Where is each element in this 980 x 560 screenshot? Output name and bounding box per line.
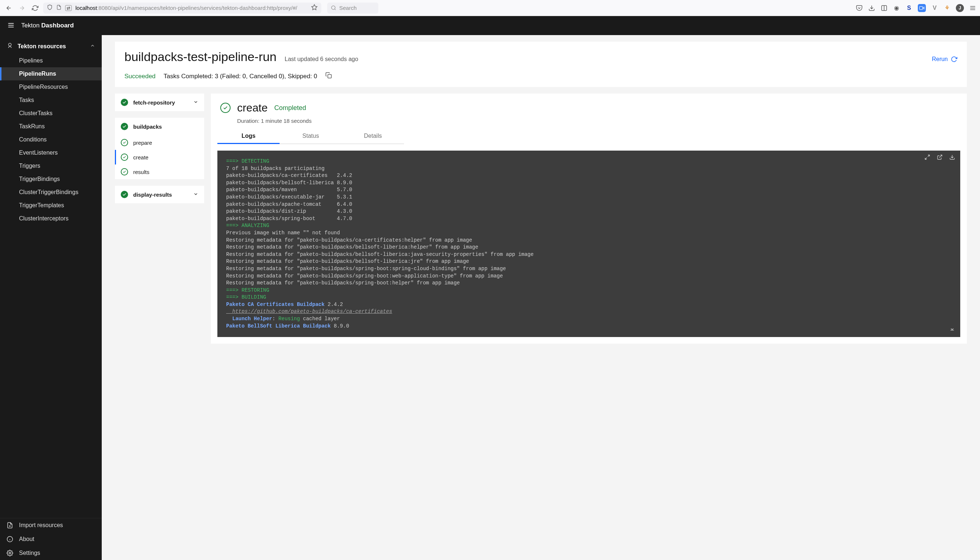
svg-rect-15 <box>328 75 331 78</box>
step-status: Completed <box>274 104 306 112</box>
open-new-icon[interactable] <box>937 154 943 163</box>
check-icon <box>121 191 128 198</box>
svg-point-0 <box>331 6 335 10</box>
sidebar-item-pipelineruns[interactable]: PipelineRuns <box>0 67 102 80</box>
step-detail-panel: create Completed Duration: 1 minute 18 s… <box>211 93 967 343</box>
refresh-icon <box>951 56 957 63</box>
pocket-icon[interactable] <box>856 4 863 12</box>
last-updated-text: Last updated 6 seconds ago <box>285 56 358 63</box>
search-placeholder: Search <box>339 5 357 11</box>
step-prepare[interactable]: prepare <box>115 135 204 150</box>
status-text: Succeeded <box>124 73 156 80</box>
url-text: localhost:8080/api/v1/namespaces/tekton-… <box>75 5 308 11</box>
check-icon <box>121 153 128 161</box>
copy-icon[interactable] <box>325 72 332 80</box>
tab-status[interactable]: Status <box>279 129 342 144</box>
task-header[interactable]: display-results <box>115 186 204 203</box>
shield-icon <box>47 4 53 11</box>
sidebar-item-eventlisteners[interactable]: EventListeners <box>0 146 102 159</box>
sidebar-item-taskruns[interactable]: TaskRuns <box>0 120 102 133</box>
ext-icon-1[interactable]: ◉ <box>893 4 900 12</box>
main-content: buildpacks-test-pipeline-run Last update… <box>102 35 980 560</box>
tab-logs[interactable]: Logs <box>217 129 279 144</box>
nav-back-button[interactable] <box>4 3 14 13</box>
task-card-display-results: display-results <box>115 186 204 203</box>
step-results[interactable]: results <box>115 165 204 179</box>
rerun-button[interactable]: Rerun <box>932 56 957 63</box>
pipelinerun-title: buildpacks-test-pipeline-run <box>124 50 277 64</box>
app-title[interactable]: Tekton Dashboard <box>21 22 74 29</box>
check-icon <box>121 139 128 146</box>
browser-chrome: ⇄ localhost:8080/api/v1/namespaces/tekto… <box>0 0 980 16</box>
download-icon[interactable] <box>868 4 875 12</box>
sidebar-bottom-about[interactable]: About <box>0 532 102 546</box>
chevron-down-icon <box>193 192 198 198</box>
ext-icon-s[interactable]: S <box>905 4 913 12</box>
task-header[interactable]: buildpacks <box>115 118 204 135</box>
sidebar-item-conditions[interactable]: Conditions <box>0 133 102 146</box>
check-icon <box>121 168 128 175</box>
sidebar: Tekton resources PipelinesPipelineRunsPi… <box>0 35 102 560</box>
tasks-summary: Tasks Completed: 3 (Failed: 0, Cancelled… <box>164 73 317 80</box>
sidebar-item-tasks[interactable]: Tasks <box>0 93 102 107</box>
svg-point-14 <box>9 552 11 554</box>
sidebar-toggle-icon[interactable] <box>7 22 15 30</box>
nav-forward-button[interactable] <box>17 3 27 13</box>
tekton-logo-icon <box>7 42 13 50</box>
app-header: Tekton Dashboard <box>0 16 980 35</box>
sidebar-section-label: Tekton resources <box>18 43 66 50</box>
log-output[interactable]: ===> DETECTING 7 of 18 buildpacks partic… <box>217 151 960 337</box>
svg-rect-3 <box>920 6 923 9</box>
bookmark-star-icon[interactable] <box>311 4 318 12</box>
scroll-bottom-icon[interactable] <box>949 325 955 334</box>
sidebar-item-clustertriggerbindings[interactable]: ClusterTriggerBindings <box>0 186 102 199</box>
step-create[interactable]: create <box>115 150 204 165</box>
pipelinerun-header: buildpacks-test-pipeline-run Last update… <box>115 42 967 87</box>
download-log-icon[interactable] <box>949 154 955 163</box>
library-icon[interactable] <box>880 4 888 12</box>
address-bar[interactable]: ⇄ localhost:8080/api/v1/namespaces/tekto… <box>43 3 321 13</box>
hamburger-icon[interactable] <box>969 4 976 12</box>
task-card-buildpacks: buildpackspreparecreateresults <box>115 118 204 179</box>
permissions-icon: ⇄ <box>65 5 72 11</box>
log-panel: ===> DETECTING 7 of 18 buildpacks partic… <box>217 151 960 337</box>
svg-point-10 <box>8 43 11 46</box>
sidebar-item-pipelineresources[interactable]: PipelineResources <box>0 80 102 93</box>
check-icon <box>121 99 128 106</box>
nav-reload-button[interactable] <box>30 3 40 13</box>
browser-toolbar-icons: ◉ S V ⚘ J <box>856 4 976 12</box>
sidebar-section-header[interactable]: Tekton resources <box>0 39 102 54</box>
check-icon <box>220 103 231 113</box>
ext-icon-person[interactable]: ⚘ <box>943 4 951 12</box>
ext-icon-v[interactable]: V <box>931 4 938 12</box>
sidebar-item-clusterinterceptors[interactable]: ClusterInterceptors <box>0 212 102 225</box>
expand-icon[interactable] <box>924 154 930 163</box>
check-icon <box>121 123 128 130</box>
detail-tabs: LogsStatusDetails <box>217 129 960 144</box>
chevron-up-icon <box>90 43 95 50</box>
task-card-fetch-repository: fetch-repository <box>115 93 204 111</box>
ext-icon-zoom[interactable] <box>918 4 926 12</box>
step-duration: Duration: 1 minute 18 seconds <box>217 114 960 129</box>
sidebar-item-triggerbindings[interactable]: TriggerBindings <box>0 173 102 186</box>
sidebar-item-clustertasks[interactable]: ClusterTasks <box>0 107 102 120</box>
page-icon <box>56 4 62 11</box>
sidebar-bottom-import-resources[interactable]: Import resources <box>0 518 102 532</box>
account-avatar[interactable]: J <box>956 4 964 12</box>
task-list: fetch-repositorybuildpackspreparecreater… <box>115 93 204 210</box>
sidebar-bottom-settings[interactable]: Settings <box>0 546 102 560</box>
sidebar-item-triggers[interactable]: Triggers <box>0 159 102 173</box>
task-header[interactable]: fetch-repository <box>115 93 204 111</box>
sidebar-item-triggertemplates[interactable]: TriggerTemplates <box>0 199 102 212</box>
step-title: create <box>237 102 268 114</box>
sidebar-item-pipelines[interactable]: Pipelines <box>0 54 102 67</box>
tab-details[interactable]: Details <box>342 129 404 144</box>
chevron-down-icon <box>193 100 198 106</box>
browser-search-box[interactable]: Search <box>327 3 378 13</box>
